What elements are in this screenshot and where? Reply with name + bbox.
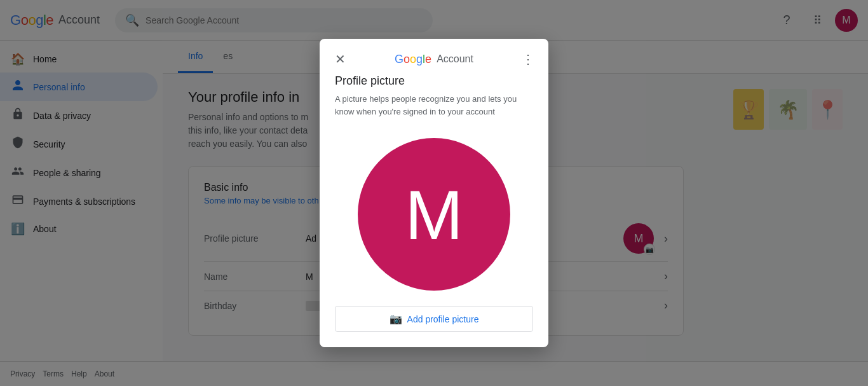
modal-desc: A picture helps people recognize you and…	[320, 93, 548, 128]
close-icon: ✕	[335, 52, 346, 67]
modal-avatar-area: M	[320, 128, 548, 306]
profile-picture-modal: ✕ Google Account ⋮ Profile picture A pic…	[320, 39, 548, 347]
modal-header: ✕ Google Account ⋮	[320, 39, 548, 74]
add-profile-picture-button[interactable]: 📷 Add profile picture	[335, 306, 533, 332]
camera-icon: 📷	[390, 313, 402, 325]
add-photo-label: Add profile picture	[407, 314, 479, 324]
modal-avatar-letter: M	[405, 174, 463, 255]
modal-overlay[interactable]: ✕ Google Account ⋮ Profile picture A pic…	[0, 0, 868, 386]
modal-title: Profile picture	[320, 74, 548, 93]
more-icon: ⋮	[522, 52, 534, 67]
modal-avatar-big: M	[358, 138, 510, 291]
modal-footer: 📷 Add profile picture	[320, 306, 548, 347]
modal-google-logo: Google Account	[395, 53, 473, 66]
modal-logo-text: Account	[437, 53, 473, 65]
modal-close-button[interactable]: ✕	[330, 49, 350, 69]
modal-more-button[interactable]: ⋮	[518, 49, 538, 69]
